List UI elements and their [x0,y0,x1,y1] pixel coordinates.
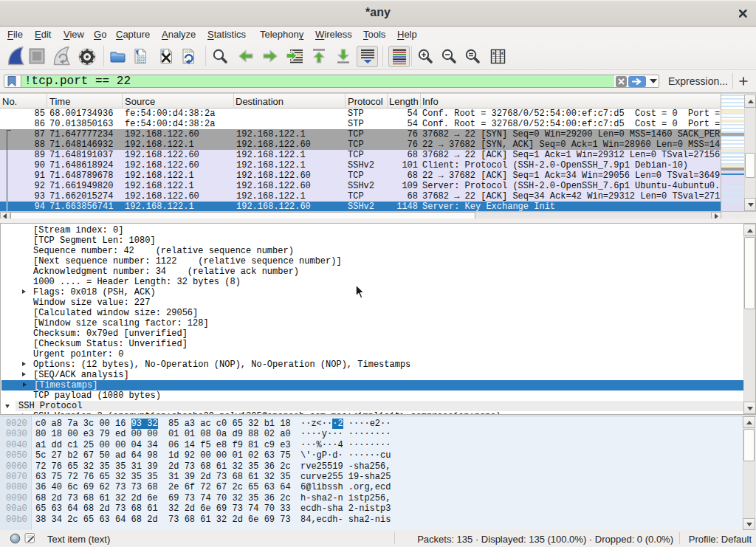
svg-text:0011: 0011 [137,60,145,63]
svg-text:101: 101 [185,50,191,54]
